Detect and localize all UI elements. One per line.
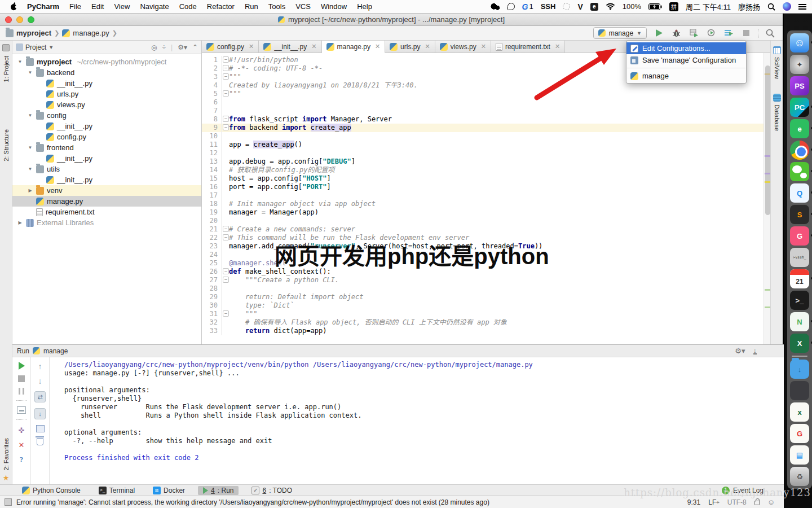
code-line[interactable]: 27 """Create a python CLI. bbox=[202, 276, 764, 284]
dock-icon-launchpad[interactable]: ✦ bbox=[790, 55, 809, 74]
toggle-margin-icon[interactable] bbox=[5, 498, 12, 506]
tree-item---init---py[interactable]: __init__.py bbox=[12, 78, 201, 89]
code-line[interactable]: 10 bbox=[202, 132, 764, 141]
tree-chevron-icon[interactable]: ▼ bbox=[27, 145, 33, 150]
caret-position[interactable]: 9:31 bbox=[687, 498, 700, 506]
fold-marker-icon[interactable] bbox=[221, 90, 229, 98]
stop-icon[interactable] bbox=[18, 375, 25, 382]
console-layout-icon[interactable] bbox=[17, 406, 26, 414]
code-line[interactable]: 29 return: Default import object bbox=[202, 293, 764, 301]
dock-icon-downloads-folder[interactable]: ↓ bbox=[790, 360, 809, 379]
debug-icon[interactable] bbox=[670, 28, 682, 39]
code-line[interactable]: 11app = create_app() bbox=[202, 141, 764, 149]
close-tab-icon[interactable]: ✕ bbox=[425, 43, 430, 50]
menu-item-tools[interactable]: Tools bbox=[263, 2, 290, 11]
dock-icon-chrome[interactable] bbox=[790, 141, 809, 160]
fold-marker-icon[interactable] bbox=[221, 115, 229, 124]
breadcrumb-item[interactable]: manage.py bbox=[62, 29, 109, 37]
tree-item-backend[interactable]: ▼backend bbox=[12, 67, 201, 78]
code-line[interactable]: 12 bbox=[202, 149, 764, 157]
dock-icon-navicat[interactable]: N bbox=[790, 312, 809, 331]
code-line[interactable]: 30 type: `Dict` bbox=[202, 301, 764, 310]
tree-chevron-icon[interactable]: ▶ bbox=[17, 220, 23, 225]
profiler-icon[interactable] bbox=[705, 28, 717, 39]
toolwindow-tab-docker[interactable]: ≋Docker bbox=[148, 486, 190, 495]
dock-icon-pycharm[interactable]: PC bbox=[790, 98, 809, 117]
fold-marker-icon[interactable] bbox=[221, 225, 229, 234]
siri-icon[interactable] bbox=[783, 2, 791, 11]
close-tab-icon[interactable]: ✕ bbox=[249, 43, 254, 50]
dock-icon-vssh[interactable]: >vssh_ bbox=[790, 248, 809, 267]
tree-item-frontend[interactable]: ▼frontend bbox=[12, 142, 201, 153]
toolwindow-label-structure[interactable]: 2: Structure bbox=[3, 129, 10, 161]
tree-chevron-icon[interactable]: ▼ bbox=[17, 59, 23, 64]
gear-icon[interactable]: ⚙▾ bbox=[178, 43, 187, 51]
menubar-clock[interactable]: 周二 下午4:11 bbox=[686, 1, 731, 12]
input-method-icon[interactable]: 拼 bbox=[669, 2, 678, 11]
dock-icon-evernote[interactable]: e bbox=[790, 119, 809, 138]
dock-icon-phpstorm[interactable]: PS bbox=[790, 76, 809, 95]
lock-icon[interactable] bbox=[754, 501, 760, 505]
tree-item-config-py[interactable]: config.py bbox=[12, 132, 201, 142]
run-console-output[interactable]: /Users/liaoyangyang/crc/new-python/mypro… bbox=[52, 357, 784, 484]
code-line[interactable]: 33 return dict(app=app) bbox=[202, 327, 764, 335]
menu-item-refactor[interactable]: Refactor bbox=[202, 2, 240, 11]
editor-tab-requirement-txt[interactable]: requirement.txt✕ bbox=[491, 41, 565, 52]
toolwindow-tab-run[interactable]: 4: Run bbox=[198, 486, 239, 495]
close-tab-icon[interactable]: ✕ bbox=[375, 43, 380, 50]
run-panel-title[interactable]: Run bbox=[17, 347, 29, 355]
tree-item-urls-py[interactable]: urls.py bbox=[12, 89, 201, 99]
editor-tab-urls-py[interactable]: urls.py✕ bbox=[385, 41, 435, 52]
g-menu-icon[interactable]: G1 bbox=[522, 2, 533, 11]
toolwindow-tab-sciview[interactable]: SciView bbox=[773, 46, 781, 79]
dock-icon-doc-blue[interactable]: ▤ bbox=[790, 445, 809, 465]
tree-chevron-icon[interactable]: ▶ bbox=[27, 188, 33, 193]
tree-item-config[interactable]: ▼config bbox=[12, 110, 201, 121]
collapse-all-icon[interactable]: ⌃ bbox=[192, 43, 198, 51]
chat-menu-icon[interactable] bbox=[508, 3, 515, 10]
code-line[interactable]: 28 bbox=[202, 284, 764, 293]
breadcrumb-item[interactable]: myproject bbox=[6, 29, 51, 37]
close-window-button[interactable] bbox=[5, 16, 12, 23]
dock-icon-g-app[interactable]: G bbox=[790, 226, 809, 246]
project-panel-title[interactable]: Project bbox=[25, 43, 46, 51]
fold-marker-icon[interactable] bbox=[221, 276, 229, 284]
print-icon[interactable] bbox=[36, 425, 45, 432]
dropdown-item[interactable]: Edit Configurations... bbox=[626, 42, 746, 54]
notification-center-icon[interactable] bbox=[798, 4, 806, 10]
dock-icon-window-thumbnail[interactable] bbox=[790, 381, 809, 400]
code-line[interactable]: 20 bbox=[202, 217, 764, 225]
code-line[interactable]: 5""" bbox=[202, 90, 764, 98]
fold-marker-icon[interactable] bbox=[221, 310, 229, 318]
menu-item-view[interactable]: View bbox=[109, 2, 135, 11]
code-line[interactable]: 32 # 确保有导入 Flask app object, 否则启动的 CLI 上… bbox=[202, 318, 764, 327]
code-line[interactable]: 17 bbox=[202, 191, 764, 200]
code-line[interactable]: 15host = app.config["HOST"] bbox=[202, 174, 764, 183]
run-targets-icon[interactable] bbox=[723, 28, 734, 39]
battery-icon[interactable] bbox=[648, 3, 662, 10]
tree-item-views-py[interactable]: views.py bbox=[12, 99, 201, 110]
help-icon[interactable]: ? bbox=[17, 455, 26, 464]
code-line[interactable]: 18# Init manager object via app object bbox=[202, 200, 764, 208]
dock-icon-terminal[interactable]: >_ bbox=[790, 291, 809, 310]
menu-item-file[interactable]: File bbox=[64, 2, 86, 11]
line-ending-selector[interactable]: LF÷ bbox=[708, 498, 720, 506]
locate-icon[interactable]: ◎ bbox=[151, 43, 157, 51]
dock-icon-calendar[interactable]: 21 bbox=[790, 269, 809, 288]
toolwindow-label-favorites[interactable]: 2: Favorites bbox=[3, 438, 10, 470]
coverage-icon[interactable] bbox=[688, 28, 699, 39]
clear-console-icon[interactable] bbox=[37, 438, 43, 445]
menu-item-pycharm[interactable]: PyCharm bbox=[22, 2, 64, 11]
tree-item-requirement-txt[interactable]: requirement.txt bbox=[12, 207, 201, 217]
tree-item-myproject[interactable]: ▼myproject~/crc/new-python/myproject bbox=[12, 56, 201, 67]
menu-item-run[interactable]: Run bbox=[240, 2, 263, 11]
fold-marker-icon[interactable] bbox=[221, 56, 229, 64]
scroll-to-end-icon[interactable]: ↓ bbox=[34, 408, 46, 419]
dock-icon-qq[interactable]: Q bbox=[790, 183, 809, 203]
pin-tab-icon[interactable]: ✜ bbox=[17, 426, 26, 435]
tree-item-venv[interactable]: ▶venv bbox=[12, 185, 201, 196]
scrollbar-thumb[interactable] bbox=[765, 65, 770, 215]
dropdown-item[interactable]: manage bbox=[626, 70, 746, 82]
code-line[interactable]: 21# Create a new commands: server bbox=[202, 225, 764, 234]
console-settings-icon[interactable]: ⇄ bbox=[34, 391, 46, 402]
